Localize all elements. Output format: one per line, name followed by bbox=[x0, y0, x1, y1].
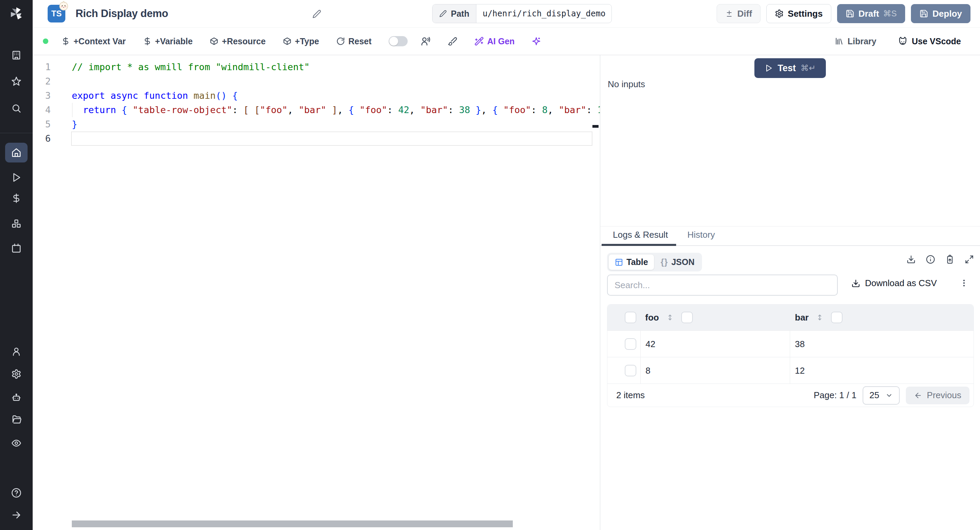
code-editor[interactable]: 123456 // import * as wmill from "windmi… bbox=[33, 55, 600, 530]
library-button[interactable]: Library bbox=[835, 37, 877, 46]
sidebar-item-workers[interactable] bbox=[11, 393, 21, 403]
sidebar-item-schedules[interactable] bbox=[11, 243, 21, 254]
dollar-icon bbox=[143, 37, 152, 46]
sidebar-item-expand[interactable] bbox=[11, 510, 21, 520]
table-icon bbox=[615, 258, 623, 267]
typescript-badge[interactable]: TS bbox=[48, 5, 65, 22]
add-variable-button[interactable]: +Variable bbox=[143, 37, 193, 46]
code-line[interactable]: // import * as wmill from "windmill-clie… bbox=[72, 60, 600, 74]
column-foo-checkbox[interactable] bbox=[681, 312, 693, 323]
multiplayer-toggle[interactable] bbox=[388, 36, 408, 46]
copy-result-icon[interactable] bbox=[945, 255, 955, 264]
format-brush-icon[interactable] bbox=[448, 37, 457, 46]
editor-code[interactable]: // import * as wmill from "windmill-clie… bbox=[72, 60, 600, 146]
overview-ruler-cursor bbox=[592, 125, 598, 128]
tab-history[interactable]: History bbox=[687, 230, 715, 240]
content-row: 123456 // import * as wmill from "windmi… bbox=[33, 55, 980, 530]
line-number: 5 bbox=[33, 117, 51, 131]
sidebar-item-favorites[interactable] bbox=[11, 76, 21, 86]
result-table: foo bar 4238812 2 items Page: 1 bbox=[607, 304, 974, 407]
reset-button[interactable]: Reset bbox=[336, 37, 372, 46]
line-number: 6 bbox=[33, 131, 51, 146]
help-icon bbox=[11, 488, 21, 498]
sidebar bbox=[0, 0, 33, 530]
view-table-chip[interactable]: Table bbox=[608, 254, 654, 270]
horizontal-scrollbar[interactable] bbox=[72, 520, 513, 527]
edit-summary-pencil-icon[interactable] bbox=[312, 10, 321, 18]
sparkles-icon[interactable] bbox=[531, 37, 541, 46]
row-checkbox[interactable] bbox=[625, 338, 636, 350]
add-context-var-button[interactable]: +Context Var bbox=[61, 37, 126, 46]
page-size-select[interactable]: 25 bbox=[862, 386, 900, 405]
line-number: 4 bbox=[33, 103, 51, 117]
view-json-chip[interactable]: {} JSON bbox=[654, 254, 701, 270]
previous-page-button[interactable]: Previous bbox=[906, 386, 969, 404]
ai-gen-button[interactable]: AI Gen bbox=[474, 37, 515, 46]
row-checkbox[interactable] bbox=[625, 365, 636, 377]
add-resource-button[interactable]: +Resource bbox=[210, 37, 266, 46]
draft-shortcut: ⌘S bbox=[883, 9, 897, 18]
tab-logs-result[interactable]: Logs & Result bbox=[613, 230, 668, 240]
path-value[interactable]: u/henri/rich_display_demo bbox=[476, 5, 611, 23]
sidebar-divider bbox=[0, 133, 33, 133]
search-icon bbox=[11, 103, 21, 113]
code-line[interactable] bbox=[72, 74, 600, 89]
cell-foo: 8 bbox=[640, 357, 790, 384]
expand-icon[interactable] bbox=[965, 255, 974, 264]
code-line[interactable]: } bbox=[72, 117, 600, 131]
sidebar-item-workspaces[interactable] bbox=[11, 50, 21, 60]
deploy-button[interactable]: Deploy bbox=[911, 4, 970, 23]
diff-button[interactable]: Diff bbox=[717, 4, 760, 23]
result-panel: Test ⌘↵ No inputs Logs & Result History … bbox=[600, 55, 980, 530]
draft-button[interactable]: Draft ⌘S bbox=[837, 4, 905, 23]
test-button[interactable]: Test ⌘↵ bbox=[754, 58, 826, 78]
table-body: 4238812 bbox=[608, 330, 974, 383]
no-inputs-label: No inputs bbox=[608, 79, 645, 89]
select-all-checkbox[interactable] bbox=[625, 312, 636, 323]
status-dot-icon bbox=[43, 38, 48, 44]
code-line[interactable]: return { "table-row-object": [ ["foo", "… bbox=[72, 103, 600, 117]
sidebar-item-audit-logs[interactable] bbox=[11, 438, 21, 448]
path-button[interactable]: Path bbox=[433, 5, 476, 23]
line-number: 1 bbox=[33, 60, 51, 74]
sidebar-item-variables[interactable] bbox=[11, 193, 21, 203]
home-icon bbox=[11, 147, 21, 158]
windmill-logo-icon[interactable] bbox=[8, 6, 24, 22]
emoji-badge-icon bbox=[59, 1, 69, 11]
settings-button[interactable]: Settings bbox=[766, 4, 831, 23]
sidebar-item-runs[interactable] bbox=[11, 172, 21, 183]
sort-icon[interactable] bbox=[666, 314, 674, 321]
items-count: 2 items bbox=[616, 390, 645, 401]
code-line[interactable]: export async function main() { bbox=[72, 89, 600, 103]
code-line[interactable] bbox=[72, 131, 600, 146]
info-icon[interactable] bbox=[926, 255, 935, 264]
sidebar-item-resources[interactable] bbox=[11, 219, 21, 229]
column-header-bar: bar bbox=[795, 312, 808, 323]
search-input[interactable] bbox=[607, 275, 838, 296]
topbar: TS Rich Display demo bbox=[33, 0, 980, 27]
sidebar-item-help[interactable] bbox=[11, 488, 21, 498]
column-bar-checkbox[interactable] bbox=[831, 312, 843, 323]
download-csv-button[interactable]: Download as CSV bbox=[851, 278, 937, 289]
use-vscode-button[interactable]: Use VScode bbox=[898, 37, 961, 46]
table-controls: Download as CSV bbox=[600, 275, 980, 296]
sidebar-item-folders[interactable] bbox=[11, 415, 21, 425]
view-toggle: Table {} JSON bbox=[607, 253, 702, 271]
sidebar-item-home[interactable] bbox=[5, 143, 27, 163]
editor-gutter: 123456 bbox=[33, 60, 51, 146]
folder-icon bbox=[11, 415, 21, 425]
path-group[interactable]: Path u/henri/rich_display_demo bbox=[432, 4, 612, 23]
add-type-button[interactable]: +Type bbox=[283, 37, 319, 46]
kebab-menu-icon[interactable] bbox=[959, 279, 969, 287]
download-icon[interactable] bbox=[907, 255, 916, 264]
vscode-icon bbox=[898, 37, 907, 46]
table-header: foo bar bbox=[608, 305, 974, 330]
sort-icon[interactable] bbox=[816, 314, 824, 321]
sidebar-item-search[interactable] bbox=[11, 103, 21, 113]
cell-foo: 42 bbox=[640, 331, 790, 357]
play-icon bbox=[11, 172, 21, 183]
sidebar-item-users[interactable] bbox=[11, 346, 21, 357]
sidebar-item-settings[interactable] bbox=[11, 369, 21, 379]
gear-icon bbox=[11, 369, 21, 379]
toolbar-right: Library Use VScode bbox=[835, 37, 980, 46]
